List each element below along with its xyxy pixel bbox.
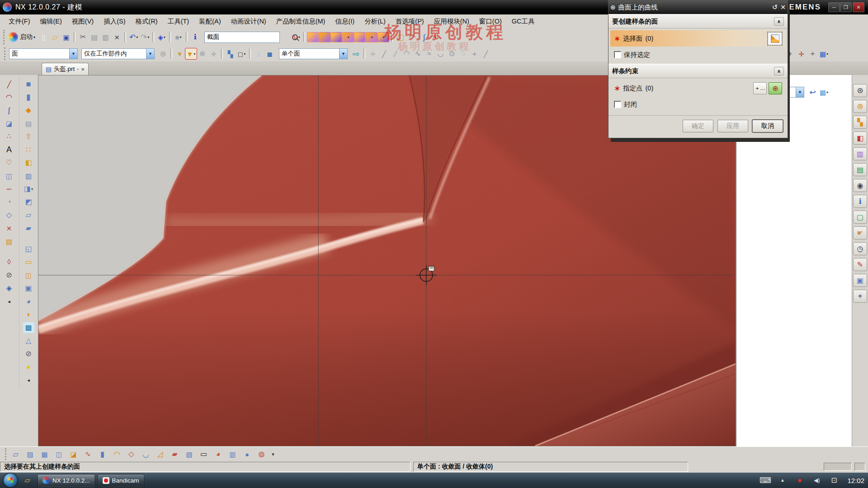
menu-tools[interactable]: 工具(T) bbox=[163, 15, 194, 28]
section-constraint-header[interactable]: 样条约束 ∧ bbox=[609, 64, 788, 78]
specify-point-row[interactable]: ∗ 指定点 (0) ＋… ⊕ bbox=[610, 80, 786, 96]
panel-undo-icon[interactable]: ↩ bbox=[807, 87, 818, 98]
keep-selected-checkbox[interactable] bbox=[614, 51, 621, 58]
start-menu-button[interactable]: 启动 ▾ bbox=[8, 32, 35, 42]
menu-analysis[interactable]: 分析(L) bbox=[359, 15, 391, 28]
trimmed-sheet-icon[interactable]: ▧ bbox=[184, 449, 195, 460]
hole-icon[interactable]: ▤ bbox=[23, 118, 34, 129]
section-faces-header[interactable]: 要创建样条的面 ∧ bbox=[609, 14, 788, 28]
menu-application[interactable]: 应用模块(N) bbox=[429, 15, 474, 28]
tab-close-icon[interactable]: × bbox=[81, 66, 85, 73]
tools-icon[interactable]: ✦ bbox=[853, 290, 867, 303]
panel-image-icon[interactable]: ▦▾ bbox=[818, 87, 830, 98]
general-selection-icon[interactable]: ⊕ bbox=[197, 48, 208, 59]
styled-sweep-icon[interactable]: ∿ bbox=[82, 449, 94, 460]
roles-pen-icon[interactable]: ✎ bbox=[853, 258, 867, 271]
point-constructor-button[interactable]: ⊕ bbox=[769, 82, 782, 94]
gear-icon[interactable]: ⊛ bbox=[853, 84, 867, 97]
show-hidden-icons[interactable]: ▲ bbox=[777, 475, 788, 486]
reuse-library-icon[interactable]: ▥ bbox=[853, 147, 867, 160]
highlight-face-icon[interactable]: ▮ bbox=[253, 48, 264, 59]
scope-filter-dropdown[interactable]: 仅在工作部件内 ▼ bbox=[81, 48, 155, 59]
split-body-icon[interactable]: ◩ bbox=[23, 197, 34, 207]
blend-feature-icon[interactable]: ▾ bbox=[366, 32, 377, 42]
sew-icon[interactable]: ▥ bbox=[23, 170, 34, 181]
more-features-arrow[interactable]: ◂ bbox=[23, 375, 34, 385]
move-handles-icon[interactable]: ✛ bbox=[367, 48, 378, 59]
law-extension-icon[interactable]: ◿ bbox=[155, 449, 166, 460]
view-grid-icon[interactable]: ▦▾ bbox=[818, 48, 830, 59]
boss-icon[interactable]: ◆ bbox=[23, 105, 34, 116]
more-feature-icon[interactable]: ▾ bbox=[377, 32, 389, 42]
trim-body-icon[interactable]: ◨▾ bbox=[23, 183, 34, 194]
visual-reports-eye-icon[interactable]: ◉ bbox=[853, 179, 867, 192]
more-curves-arrow[interactable]: ◂ bbox=[4, 296, 15, 307]
display-style-icon[interactable]: ■▾ bbox=[173, 32, 184, 42]
part-navigator-icon[interactable]: ◧ bbox=[853, 131, 867, 145]
part-tab[interactable]: ▤ 头盔.prt ▫ × bbox=[42, 63, 89, 75]
strip-more-arrow[interactable]: ▾ bbox=[270, 449, 276, 460]
offset-surface-icon-2[interactable]: ▰ bbox=[169, 449, 180, 460]
constraint-navigator-icon[interactable]: ▚ bbox=[853, 116, 867, 129]
global-shaping-icon[interactable]: ◍ bbox=[256, 449, 267, 460]
taskbar-app-nx[interactable]: NX 12.0.0.2... bbox=[38, 474, 95, 487]
isocline-curve-icon[interactable]: ⊘ bbox=[4, 270, 15, 281]
minimize-button[interactable]: ─ bbox=[828, 2, 840, 12]
maximize-button[interactable]: ❐ bbox=[840, 2, 852, 12]
edge-blend-icon[interactable]: ◕ bbox=[23, 296, 34, 307]
network-icon[interactable]: ⊡ bbox=[828, 475, 840, 486]
sketch-curve-icon[interactable]: ♡ bbox=[4, 157, 15, 168]
snap-circle-icon[interactable]: ◌ bbox=[458, 48, 469, 59]
project-curve-icon-2[interactable]: ◫ bbox=[4, 170, 15, 181]
solid-body-icon[interactable]: ◼ bbox=[264, 48, 275, 59]
combined-projection-icon[interactable]: ◊ bbox=[4, 257, 15, 267]
offset-curve-icon[interactable]: ◇ bbox=[4, 210, 15, 221]
delete-icon[interactable]: × bbox=[111, 32, 123, 42]
toolbar-grip-2[interactable] bbox=[4, 47, 8, 60]
redo-icon[interactable]: ↷▾ bbox=[139, 32, 151, 42]
trim-sheet-icon[interactable]: ▱ bbox=[23, 210, 34, 221]
menu-gc-toolbox[interactable]: GC工具 bbox=[507, 15, 540, 28]
undo-icon[interactable]: ↶▾ bbox=[128, 32, 139, 42]
bounded-plane-icon[interactable]: ▣ bbox=[23, 283, 34, 294]
extrude-feature-icon[interactable] bbox=[319, 32, 330, 42]
save-icon[interactable]: ▣ bbox=[61, 32, 72, 42]
snap-point-icon[interactable]: ▚ bbox=[225, 48, 236, 59]
type-filter-dropdown[interactable]: 面 ▼ bbox=[9, 48, 78, 59]
menu-preferences[interactable]: 首选项(P) bbox=[391, 15, 429, 28]
keep-selected-row[interactable]: 保持选定 bbox=[610, 47, 786, 63]
snap-endpoint-icon[interactable]: ╱ bbox=[378, 48, 390, 59]
curve-tools-icon[interactable]: ∿▾ bbox=[290, 32, 302, 42]
handles-icon[interactable]: ✛ bbox=[208, 48, 219, 59]
face-rule-dropdown[interactable]: 单个面 ▼ bbox=[279, 48, 348, 59]
selection-filter-icon[interactable]: ▼▾ bbox=[185, 48, 197, 59]
four-point-surface-icon[interactable]: ▱ bbox=[10, 449, 21, 460]
wrap-curve-icon[interactable]: ▧ bbox=[4, 236, 15, 247]
extract-curve-icon[interactable]: ◈ bbox=[4, 283, 15, 294]
delete-body-icon[interactable]: ▰ bbox=[23, 223, 34, 234]
section-curve-icon[interactable]: ◔ bbox=[4, 197, 15, 207]
fillet-surface-icon[interactable]: ◕ bbox=[212, 449, 224, 460]
collapse-chevron-icon-2[interactable]: ∧ bbox=[774, 67, 784, 75]
block-icon[interactable]: ■ bbox=[23, 79, 34, 89]
help-icon[interactable]: ℹ bbox=[853, 195, 867, 208]
lasso-icon[interactable]: ◻▾ bbox=[236, 48, 247, 59]
snap-spline-icon[interactable]: ∿ bbox=[412, 48, 424, 59]
menu-insert[interactable]: 插入(S) bbox=[99, 15, 130, 28]
info-icon[interactable]: ℹ bbox=[189, 32, 201, 42]
search-input[interactable] bbox=[205, 34, 289, 41]
surface-sheet-icon[interactable]: ▢ bbox=[395, 32, 406, 42]
snap-pole-icon[interactable]: ≈ bbox=[424, 48, 435, 59]
status-scroll-thumb[interactable] bbox=[824, 463, 852, 471]
taskbar-app-bandicam[interactable]: Bandicam bbox=[98, 474, 144, 487]
apply-button[interactable]: 应用 bbox=[717, 120, 748, 132]
quick-launch-icon[interactable]: ▱ bbox=[22, 475, 33, 486]
bounded-plane-icon-2[interactable]: ▭ bbox=[198, 449, 209, 460]
touch-mode-icon[interactable]: ◈▾ bbox=[156, 32, 167, 42]
snap-line-icon[interactable]: ╱ bbox=[480, 48, 491, 59]
bridge-curve-icon[interactable]: ◠ bbox=[406, 32, 418, 42]
keyboard-icon[interactable]: ⌨ bbox=[760, 475, 771, 486]
interpart-link-gears-icon[interactable]: ⊛ bbox=[157, 48, 169, 59]
curve-on-surface-icon[interactable]: ◪ bbox=[4, 118, 15, 129]
bridge-surface-icon[interactable]: ◡ bbox=[140, 449, 151, 460]
